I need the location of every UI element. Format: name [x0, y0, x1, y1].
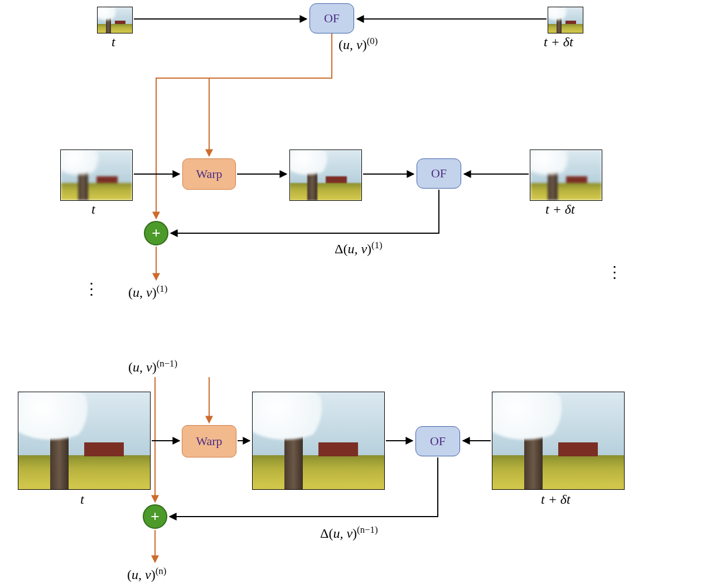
- label-tdt-row1: t + δt: [545, 202, 575, 217]
- label-t-row2: t: [80, 492, 84, 507]
- sup-duv1: (1): [371, 240, 383, 250]
- frame-tdt-large: [492, 392, 625, 490]
- of-block-row0: OF: [310, 3, 354, 33]
- sup-uv1: (1): [157, 283, 168, 294]
- frame-tdt-small: [548, 7, 583, 33]
- label-tdt-row2: t + δt: [541, 492, 571, 507]
- plus-row2: +: [143, 504, 167, 529]
- vdots-right: ⋮: [607, 268, 622, 277]
- frame-t-mid: [60, 150, 133, 201]
- of-block-row2: OF: [415, 426, 460, 456]
- frame-warped-large: [252, 392, 385, 490]
- label-uv1: (u, v)(1): [128, 283, 167, 300]
- sup-duvnm1: (n−1): [357, 524, 378, 535]
- of-block-row1: OF: [417, 158, 461, 189]
- label-tdt-row0: t + δt: [544, 35, 573, 50]
- sup-uv0: (0): [367, 36, 378, 46]
- label-uvn: (u, v)(n): [127, 566, 166, 582]
- sup-uvn: (n): [156, 566, 167, 576]
- label-uvnm1: (u, v)(n−1): [128, 358, 177, 375]
- frame-t-small: [97, 7, 133, 33]
- label-duv1: Δ(u, v)(1): [335, 240, 383, 257]
- frame-tdt-mid: [530, 150, 602, 201]
- vdots-left: ⋮: [84, 285, 99, 294]
- frame-warped-mid: [289, 150, 362, 201]
- arrow-layer: [0, 0, 701, 588]
- warp-block-row1: Warp: [182, 158, 236, 190]
- warp-block-row2: Warp: [182, 425, 236, 457]
- label-uv0: ((u, v)u, v)(0): [339, 36, 378, 52]
- plus-row1: +: [144, 221, 168, 245]
- label-t-row0: t: [112, 35, 115, 50]
- arrow-of0-down: [209, 33, 332, 156]
- frame-t-large: [18, 392, 151, 490]
- sup-uvnm1: (n−1): [157, 358, 177, 369]
- label-t-row1: t: [91, 202, 95, 217]
- label-duvnm1: Δ(u, v)(n−1): [320, 524, 378, 541]
